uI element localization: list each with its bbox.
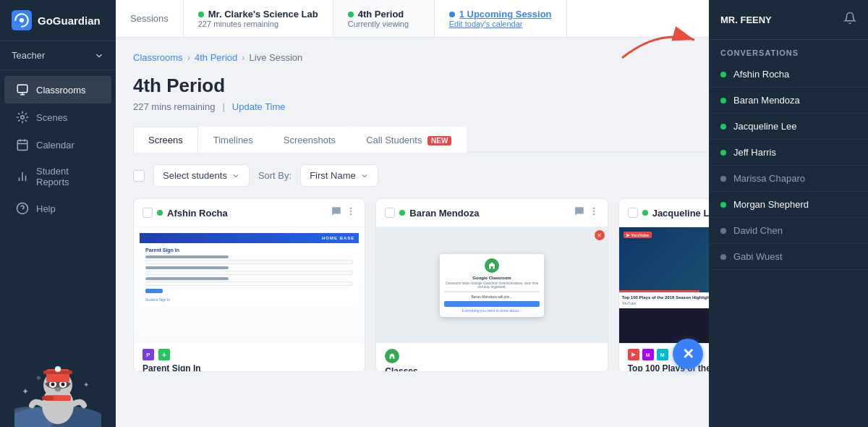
- conv-item-jeff[interactable]: Jeff Harris: [709, 140, 868, 166]
- student-name-afshin: Afshin Rocha: [167, 208, 331, 219]
- svg-rect-4: [17, 140, 27, 151]
- help-icon: [16, 202, 29, 215]
- sidebar-item-student-reports[interactable]: Student Reports: [4, 158, 111, 195]
- update-time-link[interactable]: Update Time: [232, 101, 286, 112]
- more-icon-baran[interactable]: [589, 206, 599, 219]
- svg-point-27: [592, 211, 594, 212]
- classroom-status-dot: [198, 12, 204, 17]
- powerschool-logo-afshin: P: [142, 349, 154, 360]
- conv-dot-morgan: [720, 202, 726, 208]
- card-checkbox-jacqueline[interactable]: [628, 208, 638, 218]
- conv-item-marissa[interactable]: Marissa Chaparo: [709, 166, 868, 192]
- svg-point-3: [21, 116, 25, 119]
- svg-point-14: [55, 387, 61, 392]
- conv-name-baran: Baran Mendoza: [733, 95, 800, 106]
- conv-name-gabi: Gabi Wuest: [733, 251, 783, 262]
- scenes-icon: [16, 111, 29, 124]
- svg-point-28: [592, 214, 594, 215]
- card-checkbox-baran[interactable]: [385, 208, 395, 218]
- tab-screens[interactable]: Screens: [133, 127, 198, 153]
- student-card-afshin: Afshin Rocha HOME BASE Parent Sign In: [133, 198, 365, 372]
- sort-by-label: Sort By:: [258, 170, 292, 181]
- site-name-afshin: Parent Sign In: [142, 363, 356, 372]
- conv-name-david: David Chen: [733, 225, 783, 236]
- logo: GoGuardian: [0, 0, 116, 41]
- mascot-image: ✦ ✦ ❄: [0, 340, 116, 427]
- conversations-panel: MR. FEENY CONVERSATIONS Afshin Rocha Bar…: [709, 0, 868, 427]
- calendar-icon: [16, 138, 29, 151]
- select-all-checkbox[interactable]: [133, 170, 145, 182]
- online-dot-jacqueline: [642, 210, 648, 216]
- svg-point-1: [20, 18, 24, 22]
- upcoming-session-tab[interactable]: 1 Upcoming Session Edit today's calendar: [435, 0, 567, 37]
- classroom-tab[interactable]: Mr. Clarke's Science Lab 227 minutes rem…: [184, 0, 333, 37]
- teacher-name-header: MR. FEENY: [720, 14, 772, 25]
- svg-point-24: [350, 211, 352, 212]
- svg-point-17: [55, 366, 61, 372]
- svg-point-13: [61, 383, 65, 386]
- svg-point-23: [350, 208, 352, 209]
- media-icon: M: [642, 349, 654, 360]
- chat-icon-baran[interactable]: [574, 206, 584, 219]
- google-classroom-icon-baran: [385, 349, 399, 363]
- svg-text:✦: ✦: [22, 386, 29, 397]
- select-chevron-icon: [231, 172, 240, 180]
- card-checkbox-afshin[interactable]: [142, 208, 153, 218]
- svg-point-26: [592, 208, 594, 209]
- conv-item-afshin[interactable]: Afshin Rocha: [709, 62, 868, 88]
- sessions-label: Sessions: [116, 0, 184, 37]
- sort-chevron-icon: [360, 172, 369, 180]
- student-name-baran: Baran Mendoza: [409, 208, 574, 219]
- breadcrumb-classrooms[interactable]: Classrooms: [133, 52, 183, 63]
- tab-call-students[interactable]: Call Students NEW: [351, 127, 467, 153]
- bell-icon-panel[interactable]: [843, 12, 856, 28]
- conv-dot-jacqueline: [720, 124, 726, 130]
- conversations-header: MR. FEENY: [709, 0, 868, 40]
- svg-point-25: [350, 214, 352, 215]
- online-dot-afshin: [157, 210, 163, 216]
- sidebar: GoGuardian Teacher Classrooms Scenes Cal…: [0, 0, 116, 427]
- youtube-icon: ▶: [628, 349, 639, 360]
- conv-item-morgan[interactable]: Morgan Shepherd: [709, 192, 868, 218]
- sidebar-item-calendar[interactable]: Calendar: [4, 131, 111, 158]
- student-card-baran: Baran Mendoza ✕: [375, 198, 608, 372]
- conv-item-david[interactable]: David Chen: [709, 218, 868, 244]
- conv-name-marissa: Marissa Chaparo: [733, 173, 805, 184]
- conv-dot-david: [720, 228, 726, 234]
- role-selector[interactable]: Teacher: [0, 41, 116, 70]
- sidebar-item-scenes[interactable]: Scenes: [4, 103, 111, 131]
- svg-rect-2: [17, 85, 27, 93]
- period-tab[interactable]: 4th Period Currently viewing: [333, 0, 435, 37]
- tab-screenshots[interactable]: Screenshots: [268, 127, 351, 153]
- select-students-dropdown[interactable]: Select students: [153, 164, 250, 187]
- main-nav: Classrooms Scenes Calendar Student Repor…: [0, 70, 116, 340]
- conv-item-gabi[interactable]: Gabi Wuest: [709, 244, 868, 270]
- conv-name-jeff: Jeff Harris: [733, 147, 776, 158]
- sidebar-item-help[interactable]: Help: [4, 195, 111, 222]
- conv-name-afshin: Afshin Rocha: [733, 69, 789, 80]
- chevron-down-icon: [94, 51, 104, 61]
- upcoming-status-dot: [449, 12, 455, 17]
- chat-icon-afshin[interactable]: [331, 206, 341, 219]
- media-icon2: M: [657, 349, 668, 360]
- conversations-title: CONVERSATIONS: [709, 40, 868, 62]
- new-badge: NEW: [427, 136, 451, 145]
- tab-timelines[interactable]: Timelines: [198, 127, 268, 153]
- breadcrumb-current: Live Session: [250, 52, 303, 63]
- breadcrumb-period[interactable]: 4th Period: [195, 52, 237, 63]
- sort-dropdown[interactable]: First Name: [300, 164, 378, 187]
- app-name: GoGuardian: [38, 14, 101, 27]
- close-panel-button[interactable]: ✕: [673, 339, 703, 369]
- sidebar-item-classrooms[interactable]: Classrooms: [4, 76, 111, 103]
- conv-dot-afshin: [720, 72, 726, 77]
- conv-item-jacqueline[interactable]: Jacqueline Lee: [709, 114, 868, 140]
- svg-text:✦: ✦: [83, 381, 89, 389]
- conv-item-baran[interactable]: Baran Mendoza: [709, 88, 868, 114]
- more-icon-afshin[interactable]: [346, 206, 356, 219]
- conv-dot-gabi: [720, 254, 726, 260]
- conv-dot-jeff: [720, 150, 726, 156]
- svg-point-12: [51, 383, 55, 386]
- conv-dot-baran: [720, 98, 726, 103]
- conv-name-morgan: Morgan Shepherd: [733, 199, 809, 210]
- svg-text:❄: ❄: [36, 375, 41, 381]
